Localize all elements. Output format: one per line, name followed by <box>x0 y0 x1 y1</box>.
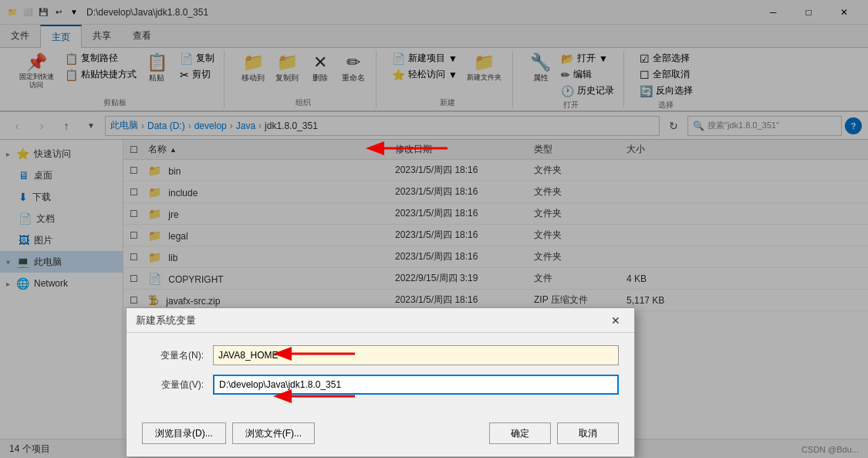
variable-name-row: 变量名(N): <box>142 345 619 365</box>
browse-file-button[interactable]: 浏览文件(F)... <box>232 422 315 444</box>
dialog-close-button[interactable]: ✕ <box>606 311 625 330</box>
variable-name-label: 变量名(N): <box>142 349 204 362</box>
new-variable-dialog: 新建系统变量 ✕ 变量名(N): 变量值(V): 浏览目录(D)... 浏览文件… <box>126 307 635 457</box>
variable-value-row: 变量值(V): <box>142 375 619 395</box>
dialog-title-text: 新建系统变量 <box>136 314 196 327</box>
cancel-button[interactable]: 取消 <box>557 422 619 444</box>
variable-name-input[interactable] <box>213 345 619 365</box>
dialog-left-buttons: 浏览目录(D)... 浏览文件(F)... <box>142 422 483 444</box>
dialog-body: 变量名(N): 变量值(V): <box>127 333 634 416</box>
dialog-footer: 浏览目录(D)... 浏览文件(F)... 确定 取消 <box>127 416 634 456</box>
browse-dir-button[interactable]: 浏览目录(D)... <box>142 422 226 444</box>
dialog-right-buttons: 确定 取消 <box>489 422 619 444</box>
variable-value-label: 变量值(V): <box>142 378 204 392</box>
dialog-title-bar: 新建系统变量 ✕ <box>127 308 634 333</box>
variable-value-input[interactable] <box>213 375 619 395</box>
ok-button[interactable]: 确定 <box>489 422 551 444</box>
